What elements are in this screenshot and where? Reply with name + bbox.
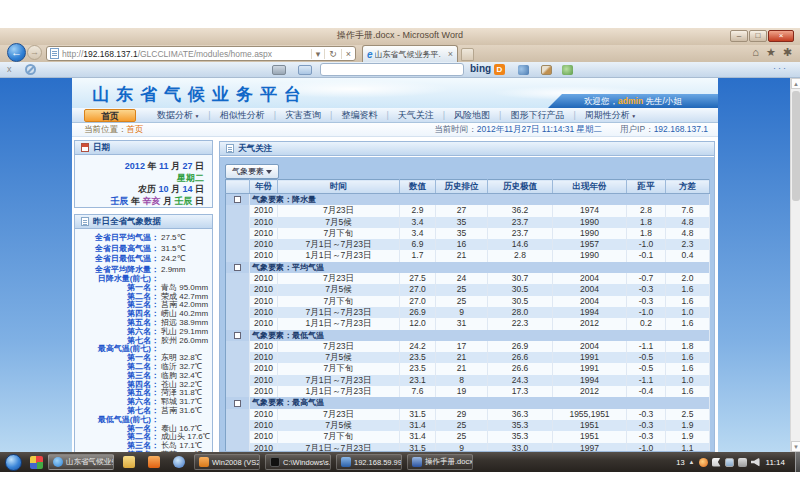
column-header[interactable]: 数值 (400, 180, 436, 194)
toolbar-card-icon[interactable] (272, 65, 286, 75)
table-cell: 2010 (250, 386, 278, 397)
address-bar[interactable]: http://192.168.137.1/GLCCLIMATE/modules/… (46, 46, 356, 61)
group-checkbox[interactable] (234, 400, 241, 407)
group-checkbox[interactable] (234, 264, 241, 271)
table-row[interactable]: 20101月1日～7月23日7.61917.32012-0.41.6 (226, 386, 710, 397)
table-row[interactable]: 20107月下旬31.42535.31951-0.31.9 (226, 431, 710, 442)
weather-panel-title: 昨日全省气象数据 (93, 216, 161, 228)
taskbar-window-1[interactable]: Win2008 (VS2... (194, 454, 260, 470)
table-row[interactable]: 20107月5候3.43523.719901.84.8 (226, 217, 710, 228)
new-tab-button[interactable] (461, 48, 474, 61)
toolbar-more-icon[interactable]: ··· (773, 63, 788, 73)
scrollbar-down-arrow[interactable]: ▼ (791, 441, 800, 452)
column-header[interactable]: 时间 (278, 180, 400, 194)
tray-app-icon[interactable] (699, 458, 708, 467)
nav-item-1[interactable]: 数据分析 ▼ (148, 109, 208, 122)
table-row[interactable]: 20107月5候31.42535.31951-0.31.9 (226, 420, 710, 431)
table-row[interactable]: 20107月下旬23.52126.61991-0.51.6 (226, 363, 710, 374)
table-row[interactable]: 20107月23日2.92736.219742.87.6 (226, 205, 710, 216)
column-header[interactable]: 年份 (250, 180, 278, 194)
back-button[interactable]: ← (7, 43, 26, 62)
table-row[interactable]: 20107月23日24.21726.92004-1.11.8 (226, 341, 710, 352)
settings-gear-icon[interactable]: ✱ (783, 46, 792, 59)
group-checkbox[interactable] (234, 196, 241, 203)
volume-icon[interactable] (751, 458, 760, 467)
toolbar-people-icon[interactable] (562, 65, 573, 75)
nav-item-6[interactable]: 风险地图 (445, 109, 499, 122)
network-icon[interactable] (738, 458, 747, 467)
favorites-star-icon[interactable]: ★ (766, 46, 776, 59)
taskbar-window-3[interactable]: 192.168.59.99... (336, 454, 402, 470)
nav-item-home[interactable]: 首页 (84, 109, 136, 122)
table-row[interactable]: 20107月1日～7月23日31.5933.01997-1.01.1 (226, 443, 710, 452)
column-header[interactable]: 方差 (666, 180, 710, 194)
maximize-button[interactable]: □ (749, 30, 767, 42)
scrollbar-thumb[interactable] (792, 91, 800, 201)
taskbar-window-0[interactable]: 山东省气候业务平… (48, 454, 114, 470)
minimize-button[interactable]: – (730, 30, 748, 42)
nav-item-5[interactable]: 天气关注 (389, 109, 443, 122)
toolbar-camera-icon[interactable] (518, 65, 529, 75)
nav-item-8[interactable]: 周期性分析 ▼ (576, 109, 645, 122)
table-cell: 1955,1951 (553, 409, 627, 420)
taskbar-clock[interactable]: 11:14 (764, 458, 791, 467)
refresh-icon[interactable]: ↻ (324, 49, 341, 59)
browser-tab[interactable]: e 山东省气候业务平... × (362, 45, 458, 62)
group-row[interactable]: 气象要素：最低气温 (226, 330, 710, 341)
tab-title: 山东省气候业务平... (375, 49, 441, 60)
taskbar-window-4[interactable]: 操作手册.docx -... (407, 454, 473, 470)
table-cell: 35.3 (488, 431, 553, 442)
bing-d-icon[interactable]: D (494, 64, 505, 75)
toolbar-paint-icon[interactable] (541, 65, 552, 75)
action-center-icon[interactable] (712, 458, 721, 467)
nav-item-4[interactable]: 整编资料 (332, 109, 386, 122)
scrollbar-up-arrow[interactable]: ▲ (791, 78, 800, 89)
nav-item-7[interactable]: 图形下行产品 (501, 109, 573, 122)
table-row[interactable]: 20101月1日～7月23日12.03122.320120.21.6 (226, 318, 710, 329)
element-dropdown-button[interactable]: 气象要素 (225, 164, 279, 179)
vertical-scrollbar[interactable]: ▲ ▼ (790, 78, 800, 452)
column-header[interactable]: 距平 (627, 180, 666, 194)
table-row[interactable]: 20107月23日27.52430.72004-0.72.0 (226, 273, 710, 284)
table-cell: 31.5 (400, 443, 436, 452)
toolbar-close-icon[interactable]: x (7, 64, 12, 74)
home-icon[interactable]: ⌂ (752, 46, 759, 59)
table-row[interactable]: 20101月1日～7月23日1.7212.81990-0.10.4 (226, 250, 710, 261)
start-button[interactable] (5, 454, 22, 471)
pinned-app-icon[interactable] (30, 456, 43, 469)
group-row[interactable]: 气象要素：降水量 (226, 194, 710, 206)
tray-expand-icon[interactable]: ▲ (689, 459, 695, 465)
tab-close-icon[interactable]: × (448, 49, 457, 59)
toolbar-mail-icon[interactable] (298, 65, 312, 75)
pinned-folder-button[interactable] (119, 454, 139, 470)
column-header[interactable]: 出现年份 (553, 180, 627, 194)
group-row[interactable]: 气象要素：平均气温 (226, 262, 710, 273)
nav-item-3[interactable]: 灾害查询 (276, 109, 330, 122)
table-row[interactable]: 20107月5候23.52126.61991-0.51.6 (226, 352, 710, 363)
table-row[interactable]: 20107月1日～7月23日6.91614.61957-1.02.3 (226, 239, 710, 250)
table-row[interactable]: 20107月5候27.02530.52004-0.31.6 (226, 284, 710, 295)
table-row[interactable]: 20107月1日～7月23日23.1824.31994-1.11.0 (226, 375, 710, 386)
bing-search-input[interactable] (320, 63, 464, 76)
show-desktop-button[interactable] (795, 452, 800, 472)
display-icon[interactable] (725, 458, 734, 467)
pinned-media-button[interactable] (169, 454, 189, 470)
column-header[interactable]: 历史排位 (436, 180, 488, 194)
group-row[interactable]: 气象要素：最高气温 (226, 397, 710, 408)
forward-button[interactable]: → (27, 45, 42, 60)
nav-item-2[interactable]: 相似性分析 (211, 109, 274, 122)
group-checkbox[interactable] (234, 332, 241, 339)
table-row[interactable]: 20107月23日31.52936.31955,1951-0.32.5 (226, 409, 710, 420)
word-window-titlebar: 操作手册.docx - Microsoft Word – □ × (0, 28, 800, 45)
table-row[interactable]: 20107月下旬3.43523.719901.84.8 (226, 228, 710, 239)
table-row[interactable]: 20107月1日～7月23日26.9928.01994-1.01.0 (226, 307, 710, 318)
close-button[interactable]: × (768, 30, 794, 42)
table-row[interactable]: 20107月下旬27.02530.52004-0.31.6 (226, 296, 710, 307)
column-header[interactable]: 历史极值 (488, 180, 553, 194)
stop-icon[interactable]: × (341, 49, 355, 59)
pinned-appor-button[interactable] (144, 454, 164, 470)
solar-date: 2012 年 11 月 27 日 (75, 161, 204, 173)
taskbar-window-2[interactable]: C:\Windows\s... (265, 454, 331, 470)
table-cell: 7月1日～7月23日 (278, 239, 400, 250)
search-dropdown-icon[interactable]: ▾ (311, 49, 325, 59)
